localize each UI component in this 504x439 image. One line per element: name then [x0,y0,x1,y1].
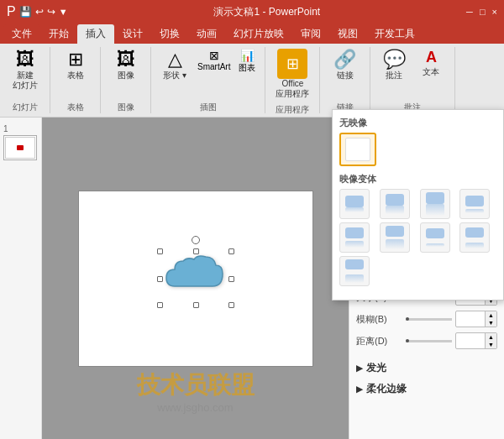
shapes-btn[interactable]: △ 形状 ▾ [158,47,192,82]
table-btn[interactable]: ⊞ 表格 [59,47,92,82]
handle-bottom-center[interactable] [193,302,199,308]
minimize-btn[interactable]: ─ [466,7,473,17]
reflect-r7-btn[interactable] [420,222,450,253]
chart-label: 图表 [239,62,255,74]
distance-up[interactable]: ▲ [485,333,496,341]
handle-middle-right[interactable] [228,276,234,282]
chart-btn[interactable]: 📊 图表 [236,47,258,76]
new-slide-icon: 🖼 [16,49,34,71]
quick-access-save[interactable]: 💾 [19,6,32,18]
blur-input[interactable]: ▲ ▼ [455,311,497,327]
handle-top-center[interactable] [193,248,199,254]
distance-slider[interactable] [406,340,452,342]
handle-middle-left[interactable] [157,276,163,282]
app-title: 演示文稿1 - PowerPoint [213,5,320,19]
reflect-r3-visual [423,192,447,216]
reflect-r7-visual [423,226,447,249]
office-apps-icon: ⊞ [277,49,307,79]
title-bar-left: P 💾 ↩ ↪ ▼ [7,4,68,19]
distance-label: 距离(D) [356,335,402,348]
reflect-r2-visual [383,192,407,216]
blur-row: 模糊(B) ▲ ▼ [356,311,497,327]
link-label: 链接 [337,71,354,81]
glow-arrow-icon: ▶ [356,363,363,373]
group-illustrations: △ 形状 ▾ ⊠ SmartArt 📊 图表 插图 [151,47,265,113]
reflect-none-btn[interactable] [339,133,376,166]
reflect-r8-visual [463,226,486,249]
handle-top-left[interactable] [157,248,163,254]
reflect-r8-btn[interactable] [459,222,490,253]
new-slide-btn[interactable]: 🖼 新建幻灯片 [8,47,42,92]
text-btn[interactable]: A 文本 [414,47,448,79]
distance-input[interactable]: ▲ ▼ [455,332,497,349]
handle-top-right[interactable] [228,248,234,254]
reflect-r6-btn[interactable] [380,222,410,253]
soften-section-label: 柔化边缘 [366,382,407,396]
reflection-grid [339,189,496,286]
glow-section-label: 发光 [366,361,386,375]
smartart-btn[interactable]: ⊠ SmartArt [195,47,233,73]
slide-thumbnail[interactable] [3,135,37,160]
selected-shape[interactable] [160,251,232,306]
reflect-r2-btn[interactable] [380,189,410,219]
table-icon: ⊞ [68,49,83,71]
reflect-r4-btn[interactable] [459,189,490,219]
glow-section-header[interactable]: ▶ 发光 [349,358,504,379]
text-label: 文本 [423,67,439,77]
group-image: 🖼 图像 图像 [101,47,151,113]
blur-up[interactable]: ▲ [485,311,496,319]
close-btn[interactable]: × [492,7,497,17]
reflect-r4-visual [463,192,486,216]
window-controls[interactable]: ─ □ × [466,7,497,17]
powerpoint-icon: P [7,4,16,19]
smartart-icon: ⊠ [209,49,219,62]
rotate-handle[interactable] [192,236,200,244]
slide-canvas[interactable] [78,191,313,367]
reflect-r1-visual [343,192,366,216]
link-btn[interactable]: 🔗 链接 [328,47,362,82]
blur-down[interactable]: ▼ [485,319,496,327]
group-table: ⊞ 表格 表格 [50,47,101,113]
soften-arrow-icon: ▶ [356,384,363,394]
tab-review[interactable]: 审阅 [292,24,329,44]
tab-file[interactable]: 文件 [3,24,40,44]
undo-icon[interactable]: ↩ [35,6,44,18]
maximize-btn[interactable]: □ [480,7,486,17]
soften-section-header[interactable]: ▶ 柔化边缘 [349,379,504,400]
popup-variants-label: 映像变体 [339,173,496,186]
group-slides: 🖼 新建幻灯片 幻灯片 [0,47,50,113]
tab-developer[interactable]: 开发工具 [366,24,423,44]
tab-view[interactable]: 视图 [329,24,366,44]
smartart-label: SmartArt [197,62,230,71]
tab-animation[interactable]: 动画 [188,24,225,44]
tab-home[interactable]: 开始 [40,24,77,44]
group-table-content: ⊞ 表格 [59,47,92,98]
text-icon: A [426,49,437,67]
reflect-r5-btn[interactable] [339,222,370,253]
handle-bottom-right[interactable] [228,302,234,308]
distance-down[interactable]: ▼ [485,341,496,348]
group-links: 🔗 链接 链接 [320,47,370,113]
office-apps-btn[interactable]: ⊞ Office应用程序 [272,47,312,101]
slide-panel: 1 [0,118,42,439]
reflect-r3-btn[interactable] [420,189,450,219]
tab-slideshow[interactable]: 幻灯片放映 [225,24,292,44]
image-btn[interactable]: 🖼 图像 [109,47,143,82]
link-icon: 🔗 [333,49,356,71]
group-comments: 💬 批注 A 文本 批注 [370,47,455,113]
redo-icon[interactable]: ↪ [47,6,55,18]
tab-design[interactable]: 设计 [114,24,151,44]
reflect-r6-visual [383,226,407,249]
slide-number: 1 [3,124,38,133]
blur-slider[interactable] [406,318,452,321]
reflect-r9-btn[interactable] [339,256,370,286]
tab-insert[interactable]: 插入 [77,24,114,44]
image-icon: 🖼 [117,49,135,71]
reflect-r1-btn[interactable] [339,189,370,219]
reflect-r9-visual [343,259,366,283]
comment-btn[interactable]: 💬 批注 [377,47,411,82]
handle-bottom-left[interactable] [157,302,163,308]
customize-icon[interactable]: ▼ [59,7,68,17]
slide-canvas-area: 技术员联盟 www.jsgho.com [42,118,349,439]
tab-transition[interactable]: 切换 [151,24,188,44]
